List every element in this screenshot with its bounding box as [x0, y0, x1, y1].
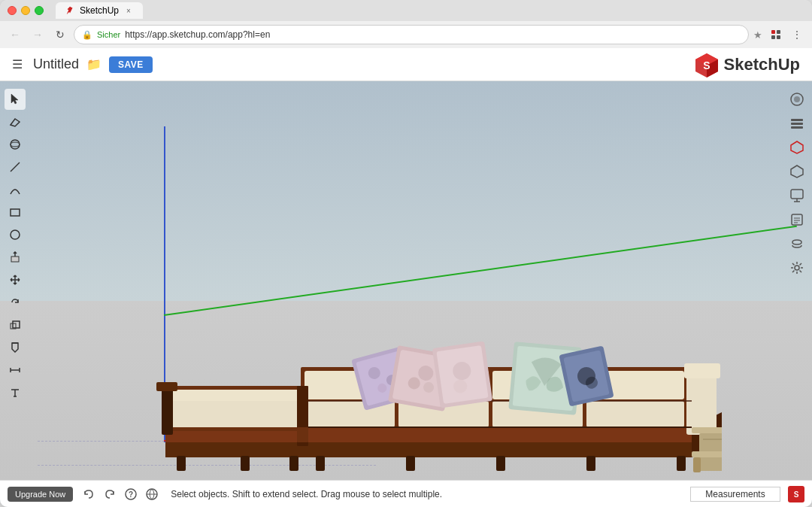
svg-rect-36: [177, 456, 186, 471]
svg-rect-34: [162, 386, 173, 435]
tape-measure-tool-button[interactable]: [5, 360, 26, 381]
eraser-tool-button[interactable]: [5, 111, 26, 132]
push-pull-tool-button[interactable]: [5, 247, 26, 268]
circle-tool-button[interactable]: [5, 224, 26, 245]
forward-button[interactable]: →: [29, 26, 47, 44]
sofa-model: [105, 247, 722, 480]
rectangle-tool-button[interactable]: [5, 202, 26, 223]
svg-marker-8: [301, 442, 692, 457]
select-tool-button[interactable]: [5, 89, 26, 110]
svg-rect-1: [777, 30, 780, 34]
sofa-corner: [297, 386, 308, 446]
undo-button[interactable]: [80, 486, 97, 502]
svg-point-67: [11, 140, 20, 149]
extension-icon[interactable]: [767, 26, 785, 44]
svg-rect-2: [771, 35, 775, 39]
tab-bar: SketchUp ×: [56, 2, 804, 19]
address-bar[interactable]: 🔒 Sicher https://app.sketchup.com/app?hl…: [74, 25, 749, 44]
svg-rect-15: [586, 456, 595, 471]
left-toolbar: [5, 89, 26, 403]
line-tool-button[interactable]: [5, 156, 26, 178]
svg-rect-70: [11, 209, 20, 216]
secure-label: Sicher: [97, 30, 120, 39]
layers-button[interactable]: [786, 113, 807, 134]
svg-rect-12: [316, 456, 325, 471]
project-name: Untitled: [33, 56, 79, 72]
back-button[interactable]: ←: [6, 26, 24, 44]
bottom-bar: Upgrade Now ? Select objects. Shift to e…: [0, 480, 812, 507]
sketchup-s-button[interactable]: S: [788, 486, 804, 502]
bookmark-icon[interactable]: ★: [753, 29, 762, 41]
paint-bucket-tool-button[interactable]: [5, 337, 26, 358]
svg-rect-20: [586, 401, 684, 427]
svg-rect-61: [692, 427, 722, 433]
help-button[interactable]: ?: [123, 486, 139, 502]
menu-icon[interactable]: ⋮: [788, 26, 806, 44]
svg-rect-63: [703, 439, 722, 440]
sketchup-logo-text: SketchUp: [724, 55, 800, 74]
svg-rect-37: [241, 456, 250, 471]
svg-rect-79: [791, 126, 803, 129]
measurements-label: Measurements: [705, 489, 765, 499]
sketchup-toolbar: ☰ Untitled 📁 SAVE S SketchUp: [0, 48, 812, 81]
text-tool-button[interactable]: [5, 382, 26, 403]
svg-rect-35: [156, 382, 177, 391]
svg-rect-72: [11, 257, 19, 262]
svg-rect-14: [496, 456, 505, 471]
sketchup-logo: S SketchUp: [694, 52, 800, 77]
svg-rect-3: [777, 35, 780, 39]
materials-button[interactable]: [786, 161, 807, 182]
address-bar-row: ← → ↻ 🔒 Sicher https://app.sketchup.com/…: [0, 21, 812, 48]
canvas-area[interactable]: [0, 81, 812, 480]
sofa-chaise-section: [156, 382, 304, 471]
tab-close-button[interactable]: ×: [123, 5, 134, 16]
measurements-box: Measurements: [690, 487, 780, 502]
model-info-button[interactable]: [786, 233, 807, 254]
svg-rect-0: [771, 30, 775, 34]
right-toolbar: [786, 89, 807, 278]
svg-rect-81: [792, 214, 802, 225]
svg-rect-40: [297, 427, 308, 442]
svg-rect-78: [791, 123, 803, 125]
scenes-button[interactable]: [786, 185, 807, 206]
rotate-tool-button[interactable]: [5, 292, 26, 313]
browser-tab[interactable]: SketchUp ×: [56, 2, 143, 19]
location-button[interactable]: [144, 486, 160, 502]
hamburger-menu-button[interactable]: ☰: [9, 54, 26, 74]
svg-rect-16: [677, 456, 686, 471]
url-text: https://app.sketchup.com/app?hl=en: [125, 29, 270, 40]
svg-point-76: [794, 96, 800, 102]
arc-tool-button[interactable]: [5, 179, 26, 200]
reload-button[interactable]: ↻: [51, 26, 69, 44]
maximize-window-button[interactable]: [35, 6, 44, 15]
entity-info-button[interactable]: [786, 209, 807, 230]
move-tool-button[interactable]: [5, 269, 26, 290]
svg-marker-11: [301, 427, 692, 442]
minimize-window-button[interactable]: [21, 6, 30, 15]
svg-rect-26: [684, 363, 720, 378]
svg-point-68: [11, 142, 20, 147]
redo-button[interactable]: [102, 486, 118, 502]
scale-tool-button[interactable]: [5, 314, 26, 335]
styles-button[interactable]: [786, 89, 807, 110]
preferences-button[interactable]: [786, 257, 807, 278]
svg-rect-32: [169, 401, 301, 427]
sketchup-logo-icon: S: [694, 52, 720, 77]
orbit-tool-button[interactable]: [5, 134, 26, 155]
components-button[interactable]: [786, 137, 807, 158]
close-window-button[interactable]: [8, 6, 17, 15]
tab-title: SketchUp: [80, 5, 119, 16]
svg-rect-80: [791, 190, 803, 199]
svg-rect-77: [791, 119, 803, 121]
browser-actions: ⋮: [767, 26, 806, 44]
tab-favicon-icon: [65, 5, 75, 16]
title-bar: SketchUp ×: [0, 0, 812, 21]
folder-icon[interactable]: 📁: [86, 57, 102, 71]
svg-rect-64: [692, 451, 722, 457]
save-button[interactable]: SAVE: [109, 56, 153, 73]
app-content: ☰ Untitled 📁 SAVE S SketchUp: [0, 48, 812, 507]
svg-rect-65: [693, 457, 701, 472]
upgrade-button[interactable]: Upgrade Now: [8, 487, 73, 502]
status-text: Select objects. Shift to extend select. …: [168, 489, 683, 499]
svg-line-69: [11, 162, 20, 172]
